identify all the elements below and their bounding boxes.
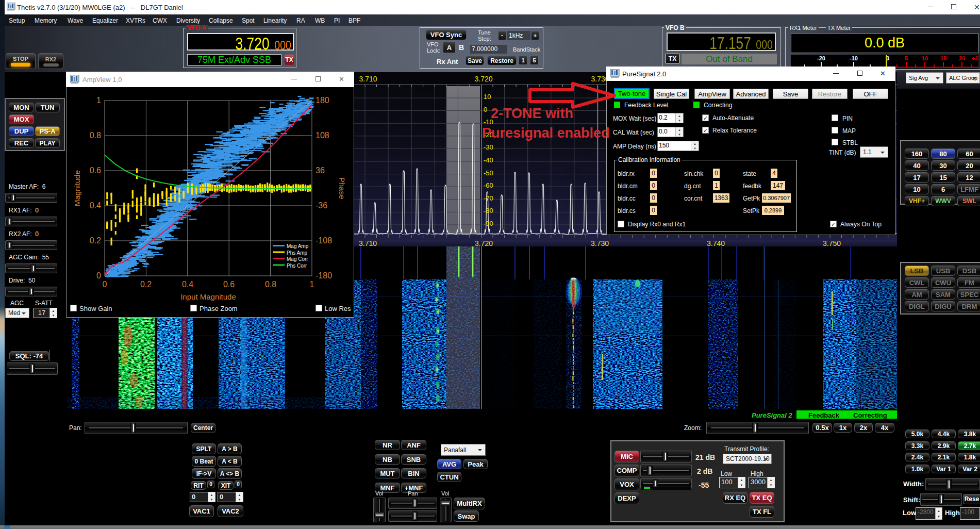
svg-text:108: 108 bbox=[315, 131, 329, 140]
svg-text:0: 0 bbox=[96, 271, 101, 280]
svg-text:0.2: 0.2 bbox=[140, 280, 152, 289]
svg-text:-80: -80 bbox=[484, 207, 493, 214]
svg-text:1: 1 bbox=[96, 96, 101, 105]
svg-text:1: 1 bbox=[310, 280, 314, 289]
svg-text:0.6: 0.6 bbox=[223, 280, 235, 289]
svg-text:0: 0 bbox=[103, 280, 107, 289]
svg-text:10: 10 bbox=[922, 55, 928, 61]
svg-text:-36: -36 bbox=[315, 201, 327, 210]
svg-text:Phs Amp: Phs Amp bbox=[287, 250, 307, 256]
svg-text:Mag Corr: Mag Corr bbox=[287, 256, 308, 262]
svg-text:-50: -50 bbox=[484, 169, 493, 177]
svg-text:-108: -108 bbox=[315, 236, 332, 245]
svg-text:0.2: 0.2 bbox=[90, 236, 101, 245]
svg-text:20: 20 bbox=[959, 55, 965, 61]
svg-text:-60: -60 bbox=[484, 181, 493, 189]
svg-text:-40: -40 bbox=[484, 156, 493, 164]
svg-text:-180: -180 bbox=[315, 271, 332, 280]
svg-text:0.6: 0.6 bbox=[90, 166, 101, 175]
svg-text:0.8: 0.8 bbox=[265, 280, 276, 289]
svg-text:-70: -70 bbox=[484, 194, 493, 202]
svg-text:Magnitude: Magnitude bbox=[73, 170, 81, 206]
svg-text:Input Magnitude: Input Magnitude bbox=[180, 292, 236, 301]
svg-text:0.8: 0.8 bbox=[90, 131, 101, 140]
svg-text:+2: +2 bbox=[972, 55, 978, 61]
svg-text:3.710: 3.710 bbox=[359, 75, 377, 83]
svg-text:-20: -20 bbox=[817, 55, 825, 61]
svg-text:0.4: 0.4 bbox=[90, 201, 101, 210]
svg-text:Phase: Phase bbox=[338, 177, 346, 200]
svg-text:5: 5 bbox=[905, 55, 908, 61]
svg-text:15: 15 bbox=[940, 55, 946, 61]
svg-text:Mag Amp: Mag Amp bbox=[287, 243, 309, 249]
svg-text:-90: -90 bbox=[484, 220, 493, 227]
svg-text:-10: -10 bbox=[850, 55, 858, 61]
svg-text:36: 36 bbox=[315, 166, 325, 175]
svg-text:Phs Corr: Phs Corr bbox=[287, 263, 307, 269]
svg-text:180: 180 bbox=[315, 96, 329, 105]
svg-text:0.4: 0.4 bbox=[182, 280, 193, 289]
